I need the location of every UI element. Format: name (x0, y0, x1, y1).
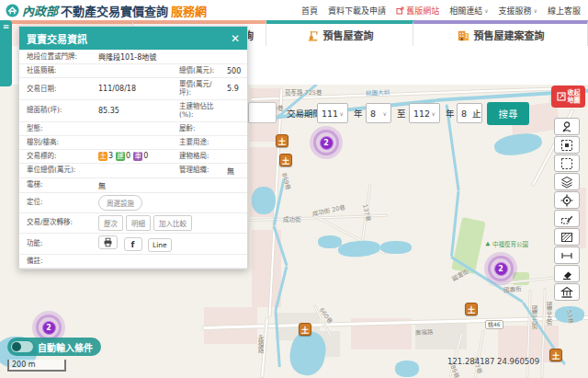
transaction-subject-badges: 土3建0車0 (98, 150, 179, 163)
printer-icon (103, 237, 113, 247)
cluster-count: 2 (42, 321, 56, 335)
search-button[interactable]: 搜尋 (487, 102, 529, 125)
tree-icon: ♣ (485, 241, 491, 248)
detail-button[interactable]: 明細 (126, 215, 151, 231)
land-badge: 土 (98, 152, 107, 161)
tab-presale-project-query[interactable]: 預售屋建案查詢 (413, 20, 588, 46)
address-value: 興隆段101-8地號 (98, 50, 247, 63)
range-to-label: 至 (397, 107, 406, 120)
tab-presale-query[interactable]: 預售屋查詢 (266, 20, 413, 46)
building-badge: 建 (116, 152, 125, 161)
map-label: 國豐六街 (529, 305, 538, 329)
cluster-count: 2 (494, 262, 508, 276)
row-type-age: 型態: 屋齡: (19, 122, 247, 136)
row-location: 定位: 周邊設施 (19, 193, 247, 213)
tool-locate-pin-button[interactable] (554, 118, 580, 135)
chevron-down-icon: ∨ (340, 110, 344, 117)
map-scale-bar: 200 m (7, 360, 66, 372)
tool-zoom-extent-button[interactable] (554, 136, 580, 154)
tool-current-location-button[interactable] (554, 191, 580, 209)
tool-polygon-select-button[interactable] (554, 228, 580, 246)
collapse-map-button[interactable]: 收起地圖 (551, 86, 585, 108)
toggle-switch[interactable] (11, 341, 33, 352)
tool-eraser-button[interactable] (554, 265, 580, 282)
add-compare-button[interactable]: 加入比較 (153, 215, 192, 231)
year-from-select[interactable]: 111∨ (317, 103, 348, 123)
facebook-share-button[interactable]: f (124, 237, 142, 251)
row-subject-layout: 交易標的: 土3建0車0 建物格局: (19, 150, 247, 164)
nav-online-service[interactable]: 線上客服 (548, 5, 581, 17)
land-transaction-marker[interactable]: 土 (279, 154, 292, 166)
row-parking-mgmt: 車位總價(萬元): 管理組織: 無 (19, 164, 247, 178)
map-label: 國豐五街 (544, 302, 553, 326)
filter-drawer-handle[interactable]: ≡ (0, 20, 12, 86)
map-label: 國壽街 (503, 283, 522, 294)
logo-house-icon (6, 4, 19, 17)
row-address: 地段位置或門牌: 興隆段101-8地號 (19, 50, 247, 64)
site-logo[interactable]: 內政部 不動產交易實價查詢 服務網 (6, 2, 207, 19)
land-transaction-marker[interactable]: 土 (465, 303, 478, 315)
map-label: 成功街 (283, 214, 301, 223)
row-functions: 功能: f Line (19, 234, 247, 255)
map-coordinates: 121.284187 24.960509 (447, 357, 539, 366)
map-pond (252, 187, 276, 214)
auto-input-toggle[interactable]: 自動輸入條件 (7, 338, 101, 356)
cluster-marker[interactable]: 2 (310, 126, 343, 159)
tool-draw-button[interactable] (554, 210, 580, 227)
print-button[interactable] (98, 235, 118, 249)
transaction-info-modal: 買賣交易資訊 ✕ 地段位置或門牌: 興隆段101-8地號 社區簡稱: 總價(萬元… (18, 26, 248, 269)
land-transaction-marker[interactable]: 土 (549, 349, 562, 361)
cluster-count: 2 (320, 136, 334, 150)
modal-header: 買賣交易資訊 ✕ (19, 27, 247, 50)
parking-badge: 車 (133, 152, 142, 161)
map-label: 永福路 (255, 335, 265, 353)
map-label-canal: 桃園大圳 (366, 87, 390, 97)
management-value: 無 (223, 164, 247, 178)
nav-support[interactable]: 支援服務∨ (499, 5, 537, 17)
nav-home[interactable]: 首頁 (301, 5, 318, 17)
tool-measure-button[interactable] (554, 246, 580, 264)
logo-title: 不動產交易實價查詢 (61, 2, 168, 19)
row-area-ratio: 總面積(坪): 85.35 主建物佔比(%): (19, 100, 247, 122)
map-pond (395, 361, 419, 377)
logo-suffix: 服務網 (171, 2, 207, 19)
year-unit-label: 年 (354, 107, 363, 120)
nearby-facilities-button[interactable]: 周邊設施 (98, 195, 142, 211)
line-share-button[interactable]: Line (148, 238, 172, 252)
elevator-value: 無 (98, 178, 247, 192)
chevron-down-icon: ∨ (534, 7, 537, 14)
cluster-marker[interactable]: 2 (484, 252, 517, 285)
nav-related-links[interactable]: 相關連結∨ (449, 5, 488, 17)
map-label: 茄苳路 725巷 (285, 87, 322, 97)
chevron-down-icon: ∨ (432, 110, 435, 117)
month-from-select[interactable]: 8∨ (366, 103, 391, 123)
map-pond (493, 131, 544, 157)
toggle-knob (12, 342, 21, 351)
row-history: 交易/歷次轉移: 歷次明細加入比較 (19, 213, 247, 234)
row-community-price: 社區簡稱: 總價(萬元): 500 (19, 64, 247, 78)
land-transaction-marker[interactable]: 土 (276, 134, 288, 147)
map-label-park: ♣ 中福復育公園 (485, 239, 528, 248)
range-end-label: 止 (472, 107, 481, 120)
map-label: 廣福路 (415, 326, 434, 337)
collapse-map-label: 收起地圖 (568, 89, 581, 104)
land-transaction-marker[interactable]: 土 (299, 323, 311, 336)
tool-select-area-button[interactable] (554, 155, 580, 172)
year-to-select[interactable]: 112∨ (409, 103, 440, 123)
map-pond (380, 241, 412, 254)
top-nav: 首頁 資料下載及申請 舊版網站 相關連結∨ 支援服務∨ 線上客服 (301, 5, 581, 17)
auto-input-label: 自動輸入條件 (38, 340, 93, 354)
close-icon[interactable]: ✕ (231, 32, 240, 45)
row-elevator: 電梯: 無 (19, 178, 247, 193)
nav-download[interactable]: 資料下載及申請 (328, 5, 386, 17)
tool-landmark-button[interactable] (554, 283, 580, 301)
nav-old-site[interactable]: 舊版網站 (396, 5, 439, 17)
modal-title: 買賣交易資訊 (27, 31, 87, 46)
road-shield: 桃46 (485, 320, 503, 329)
keyword-input[interactable] (248, 102, 277, 123)
building-icon (457, 29, 470, 42)
external-link-icon (396, 6, 404, 15)
history-button[interactable]: 歷次 (98, 215, 123, 231)
row-floor-usage: 樓別/樓高: 主要用途: (19, 136, 247, 150)
tool-layers-button[interactable] (554, 173, 580, 190)
